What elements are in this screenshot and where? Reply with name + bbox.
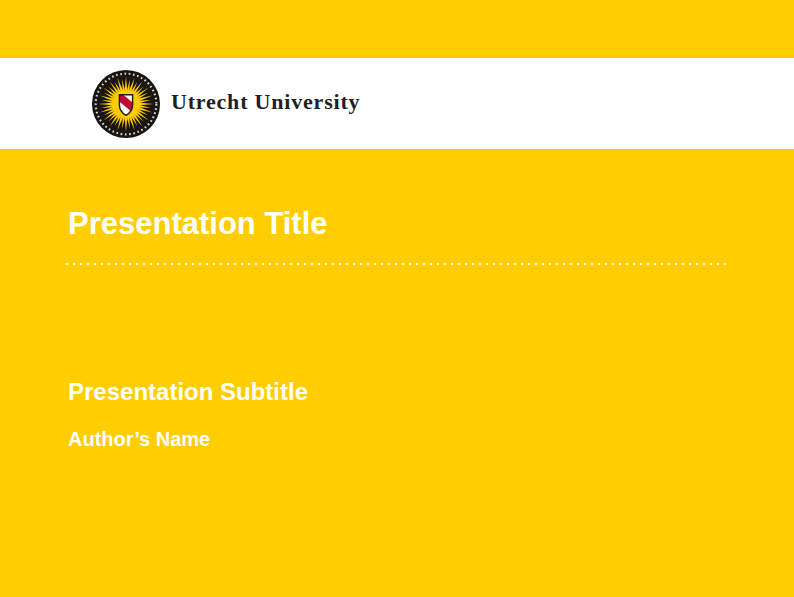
top-yellow-band — [0, 0, 794, 58]
presentation-subtitle: Presentation Subtitle — [68, 377, 308, 407]
author-name: Author’s Name — [68, 426, 210, 452]
logo-band: Utrecht University — [0, 58, 794, 149]
presentation-title: Presentation Title — [68, 206, 328, 242]
dotted-divider — [65, 262, 727, 266]
university-wordmark: Utrecht University — [171, 91, 360, 113]
presentation-slide: Utrecht University Presentation Title Pr… — [0, 0, 794, 597]
utrecht-university-sun-logo-icon — [91, 69, 161, 139]
